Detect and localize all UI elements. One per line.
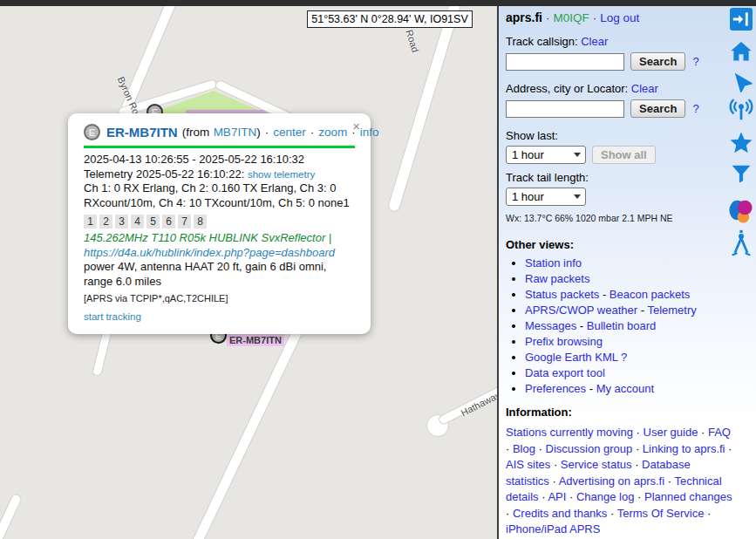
aprs-path: [APRS via TCPIP*,qAC,T2CHILE] xyxy=(84,293,355,304)
road xyxy=(386,6,464,213)
track-callsign-input[interactable] xyxy=(506,53,624,71)
list-item: Raw packets xyxy=(525,273,751,285)
list-item: Messages - Bulletin board xyxy=(525,320,751,332)
help-icon[interactable]: ? xyxy=(692,55,698,68)
telemetry-page-buttons: 12345678 xyxy=(84,213,355,229)
clear-address-link[interactable]: Clear xyxy=(631,82,658,95)
information-link[interactable]: Planned changes xyxy=(644,490,732,503)
information-link[interactable]: Change log xyxy=(576,490,635,503)
list-item: Status packets - Beacon packets xyxy=(525,289,751,301)
station-label: ER-MB7ITN xyxy=(227,334,284,346)
start-tracking-link[interactable]: start tracking xyxy=(84,311,141,322)
coordinates-display: 51°53.63' N 0°28.94' W, IO91SV xyxy=(307,10,473,28)
brand: aprs.fi xyxy=(506,10,542,24)
map-canvas[interactable]: Byron Road Road Hathaway E E ER-MB7ITN 5… xyxy=(0,6,497,539)
road xyxy=(0,493,23,539)
information-links: Stations currently moving · User guide ·… xyxy=(506,425,734,538)
sidebar-view-link[interactable]: APRS/CWOP weather xyxy=(525,304,637,317)
telemetry-page-button[interactable]: 5 xyxy=(146,215,160,229)
address-label: Address, city or Locator: Clear xyxy=(506,82,751,95)
information-link[interactable]: AIS sites xyxy=(506,458,550,471)
sidebar-view-link[interactable]: Telemetry xyxy=(647,304,696,317)
sidebar-view-link[interactable]: Google Earth KML xyxy=(525,351,617,364)
login-icon[interactable] xyxy=(730,8,753,31)
station-comment-url[interactable]: https://d4a.uk/hublink/index.php?page=da… xyxy=(84,246,355,261)
information-link[interactable]: FAQ xyxy=(708,426,731,439)
popup-from-text: ) xyxy=(256,126,261,139)
address-input[interactable] xyxy=(506,100,624,118)
chevron-down-icon xyxy=(574,194,581,199)
sidebar-view-link[interactable]: Messages xyxy=(525,319,576,332)
sidebar-view-link[interactable]: ? xyxy=(621,351,627,364)
telemetry-page-button[interactable]: 7 xyxy=(178,215,191,229)
other-views-list: Station infoRaw packetsStatus packets - … xyxy=(506,257,751,395)
navigation-icon[interactable] xyxy=(729,69,753,93)
popup-from-link[interactable]: MB7ITN xyxy=(214,126,257,139)
list-item: APRS/CWOP weather - Telemetry xyxy=(525,304,751,317)
search-address-button[interactable]: Search xyxy=(630,99,685,118)
sidebar-view-link[interactable]: Prefix browsing xyxy=(525,335,603,348)
telemetry-page-button[interactable]: 1 xyxy=(84,215,97,229)
sidebar-view-link[interactable]: My account xyxy=(596,382,654,395)
information-link[interactable]: iPhone/iPad APRS xyxy=(506,522,600,536)
track-tail-select[interactable]: 1 hour xyxy=(506,188,586,206)
aprs-fi-app: Byron Road Road Hathaway E E ER-MB7ITN 5… xyxy=(0,0,756,539)
filter-icon[interactable] xyxy=(729,161,753,186)
telemetry-page-button[interactable]: 2 xyxy=(99,215,112,229)
information-link[interactable]: Advertising on aprs.fi xyxy=(559,474,664,488)
clear-track-link[interactable]: Clear xyxy=(581,35,608,48)
list-item: Data export tool xyxy=(525,367,751,379)
measure-icon[interactable] xyxy=(728,229,754,256)
road-label: Road xyxy=(404,29,420,54)
date-range: 2025-04-13 10:26:55 - 2025-05-22 16:10:3… xyxy=(84,153,355,167)
sidebar-view-link[interactable]: Beacon packets xyxy=(610,288,691,301)
help-icon[interactable]: ? xyxy=(692,102,698,115)
my-callsign-link[interactable]: M0IQF xyxy=(554,11,589,24)
telemetry-label: Telemetry 2025-05-22 16:10:22: xyxy=(84,167,244,181)
show-last-label: Show last: xyxy=(506,129,751,142)
list-item: Station info xyxy=(525,257,751,270)
show-telemetry-link[interactable]: show telemetry xyxy=(248,169,315,180)
sidebar-icon-toolbar xyxy=(726,8,755,256)
information-link[interactable]: Service status xyxy=(561,458,632,471)
logout-link[interactable]: Log out xyxy=(600,11,639,24)
power-info: power 4W, antenna HAAT 20 ft, gain 6 dBi… xyxy=(84,260,355,289)
track-tail-label: Track tail length: xyxy=(506,171,751,184)
maps-logo-icon[interactable] xyxy=(726,196,755,226)
sidebar-view-link[interactable]: Data export tool xyxy=(525,366,605,379)
star-icon[interactable] xyxy=(728,130,754,156)
chevron-down-icon xyxy=(574,153,581,157)
information-link[interactable]: Blog xyxy=(513,442,535,455)
popup-from-text: (from xyxy=(182,126,210,139)
show-all-button[interactable]: Show all xyxy=(592,146,656,164)
search-callsign-button[interactable]: Search xyxy=(630,52,685,71)
station-symbol-icon: E xyxy=(84,124,100,140)
information-link[interactable]: Stations currently moving xyxy=(506,426,633,439)
telemetry-page-button[interactable]: 3 xyxy=(115,215,128,229)
telemetry-line: Telemetry 2025-05-22 16:10:22: show tele… xyxy=(84,167,355,182)
telemetry-page-button[interactable]: 6 xyxy=(162,215,175,229)
close-icon[interactable]: × xyxy=(352,119,360,133)
information-link[interactable]: Terms Of Service xyxy=(617,507,705,520)
sidebar-view-link[interactable]: Status packets xyxy=(525,288,599,301)
telemetry-page-button[interactable]: 8 xyxy=(194,215,207,229)
popup-station-callsign[interactable]: ER-MB7ITN xyxy=(106,125,178,140)
other-views-title: Other views: xyxy=(506,238,751,251)
information-link[interactable]: Credits and thanks xyxy=(513,507,607,520)
information-link[interactable]: Linking to aprs.fi xyxy=(643,442,725,455)
sidebar-view-link[interactable]: Station info xyxy=(525,256,582,270)
home-icon[interactable] xyxy=(729,39,753,64)
popup-center-link[interactable]: center xyxy=(273,126,306,139)
information-link[interactable]: Discussion group xyxy=(546,442,633,455)
sidebar-view-link[interactable]: Preferences xyxy=(525,382,586,395)
telemetry-page-button[interactable]: 4 xyxy=(131,215,144,229)
popup-info-link[interactable]: info xyxy=(360,126,379,139)
sidebar: aprs.fi·M0IQF·Log out Track callsign: Cl… xyxy=(497,6,756,539)
sidebar-view-link[interactable]: Bulletin board xyxy=(587,319,657,332)
show-last-select[interactable]: 1 hour xyxy=(506,146,586,164)
information-link[interactable]: API xyxy=(548,490,566,503)
popup-zoom-link[interactable]: zoom xyxy=(318,126,347,139)
information-link[interactable]: User guide xyxy=(644,426,698,439)
antenna-icon[interactable] xyxy=(728,97,754,123)
sidebar-view-link[interactable]: Raw packets xyxy=(525,272,589,285)
